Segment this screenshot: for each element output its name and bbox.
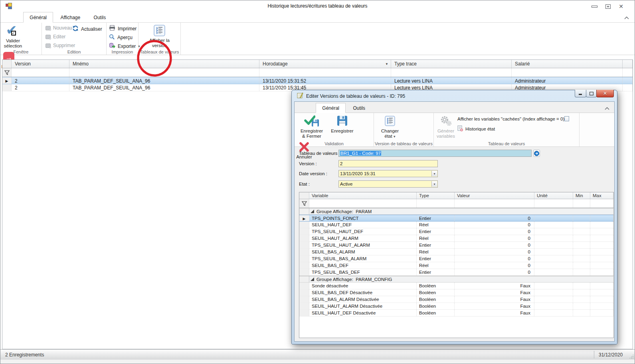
row-indicator-icon <box>299 283 309 289</box>
ribbon-group-impression: Imprimer Aperçu Exporter ▾ Impression <box>107 23 138 55</box>
col-min[interactable]: Min <box>573 192 590 199</box>
nouveau-button[interactable]: Nouveau <box>45 25 72 31</box>
group-validation: Enregistrer& Fermer Enregistrer Annuler <box>295 113 374 146</box>
col-salarie[interactable]: Salarié <box>512 60 623 68</box>
group-row[interactable]: Groupe Affichage: PARAM_CONFIG <box>299 276 613 283</box>
resize-grip[interactable] <box>629 354 634 359</box>
supprimer-button[interactable]: Supprimer <box>45 43 75 48</box>
filter-cell[interactable] <box>69 68 259 77</box>
filter-cell[interactable] <box>391 68 512 77</box>
grid-row[interactable]: TPS_SEUIL_BAS_ALARMEntier0 <box>299 255 613 262</box>
col-valeur[interactable]: Valeur <box>455 192 534 199</box>
generer-variables-button[interactable]: Générervariables <box>435 113 457 139</box>
cell-min <box>573 215 590 221</box>
afficher-la-version-button[interactable]: Afficher laversion <box>138 23 180 48</box>
valider-selection-button[interactable]: ✔✓ Validersélection <box>2 23 24 49</box>
afficher-cachees-option[interactable]: Afficher les variables "cachées" (Index … <box>457 116 569 121</box>
dialog-tab-general[interactable]: Général <box>316 103 346 113</box>
apercu-button[interactable]: Aperçu <box>109 34 133 41</box>
group-expand-icon[interactable] <box>309 209 315 214</box>
filter-funnel-icon[interactable] <box>2 68 12 77</box>
grid-row[interactable]: SEUIL_HAUT_ALARM DésactivéeBooléenFaux <box>299 303 613 310</box>
row-header <box>299 276 309 282</box>
grid-row[interactable]: TPS_SEUIL_BAS_DEFEntier0 <box>299 269 613 276</box>
etat-field[interactable]: Active ▾ <box>338 180 438 188</box>
dialog-close-button[interactable]: ✕ <box>596 90 614 97</box>
row-indicator-icon <box>299 222 309 228</box>
close-button-icon[interactable]: ✕ <box>619 4 623 9</box>
col-horodatage[interactable]: Horodatage ▼ <box>259 60 391 68</box>
filter-cell[interactable] <box>573 199 590 208</box>
tab-general[interactable]: Général <box>23 12 53 23</box>
grid-row[interactable]: Sonde désactivéeBooléenFaux <box>299 283 613 289</box>
grid-row[interactable]: SEUIL_HAUT_ALARMRéel0 <box>299 235 613 242</box>
filter-row[interactable] <box>2 68 633 77</box>
col-type[interactable]: Type <box>417 192 455 199</box>
col-version[interactable]: Version <box>12 60 69 68</box>
grid-row[interactable]: TPS_SEUIL_HAUT_ALARMEntier0 <box>299 242 613 249</box>
date-version-field[interactable]: 13/11/2020 15:31 ▾ <box>338 170 438 177</box>
dialog-tab-outils[interactable]: Outils <box>347 103 371 113</box>
cell-min <box>573 289 590 296</box>
cell-min <box>573 296 590 303</box>
col-max[interactable]: Max <box>590 192 613 199</box>
filter-cell[interactable] <box>309 199 417 208</box>
filter-funnel-icon[interactable] <box>299 199 309 208</box>
exporter-button[interactable]: Exporter ▾ <box>109 43 140 50</box>
filter-cell[interactable] <box>590 199 613 208</box>
date-dropdown-icon[interactable]: ▾ <box>431 171 437 176</box>
maximize-button-icon[interactable] <box>605 4 611 9</box>
cell-min <box>573 228 590 235</box>
group-row[interactable]: Groupe Affichage: PARAM <box>299 208 613 215</box>
save-close-icon <box>304 115 319 128</box>
tableau-field[interactable]: BR1_G1 - Code: 97 <box>338 150 532 157</box>
changer-etat-button[interactable]: Changer état ▾ <box>376 113 404 139</box>
filter-cell[interactable] <box>417 199 455 208</box>
filter-cell[interactable] <box>512 68 623 77</box>
filter-cell[interactable] <box>12 68 69 77</box>
grid-row[interactable]: SEUIL_HAUT_DEFRéel0 <box>299 222 613 228</box>
cell-variable: TPS_SEUIL_BAS_ALARM <box>309 255 417 262</box>
group-expand-icon[interactable] <box>309 277 315 282</box>
delete-icon <box>45 44 51 48</box>
etat-dropdown-icon[interactable]: ▾ <box>431 181 437 187</box>
status-divider <box>594 351 594 358</box>
cell-unite <box>534 255 573 262</box>
actualiser-button[interactable]: Actualiser <box>72 25 102 33</box>
filter-cell[interactable] <box>259 68 391 77</box>
enregistrer-fermer-button[interactable]: Enregistrer& Fermer <box>296 113 328 139</box>
grid-row[interactable]: ▶TPS_POINTS_FONCTEntier0 <box>299 215 613 222</box>
grid-row[interactable]: SEUIL_BAS_DEF DésactivéeBooléenFaux <box>299 289 613 296</box>
dialog-ribbon-collapse-icon[interactable] <box>605 106 609 111</box>
table-row[interactable]: ▶2TAB_PARAM_DEF_SEUIL_ANA_9613/11/2020 1… <box>2 77 633 84</box>
open-tableau-button[interactable] <box>533 150 540 157</box>
filter-cell[interactable] <box>455 199 534 208</box>
col-mnemo[interactable]: Mnémo <box>69 60 259 68</box>
grid-row[interactable]: TPS_SEUIL_HAUT_DEFEntier0 <box>299 228 613 235</box>
historique-etat-button[interactable]: Historique état <box>457 125 495 132</box>
dialog-maximize-button[interactable] <box>586 90 597 97</box>
grid-row[interactable]: SEUIL_HAUT_DEF DésactivéeBooléenFaux <box>299 310 613 317</box>
dialog-minimize-button[interactable] <box>575 90 586 97</box>
tab-outils[interactable]: Outils <box>88 12 112 23</box>
col-variable[interactable]: Variable <box>309 192 417 199</box>
tab-affichage[interactable]: Affichage <box>54 12 86 23</box>
col-type-trace[interactable]: Type trace <box>391 60 512 68</box>
grid-row[interactable]: SEUIL_BAS_ALARMRéel0 <box>299 249 613 255</box>
imprimer-button[interactable]: Imprimer <box>109 25 136 32</box>
cell-unite <box>534 296 573 303</box>
minimize-button-icon[interactable] <box>591 6 597 8</box>
main-table-rows: ▶2TAB_PARAM_DEF_SEUIL_ANA_9613/11/2020 1… <box>2 77 633 91</box>
group-label-impression: Impression <box>107 49 138 54</box>
filter-cell[interactable] <box>534 199 573 208</box>
grid-row[interactable]: SEUIL_BAS_ALARM DésactivéeBooléenFaux <box>299 296 613 303</box>
cachees-checkbox[interactable] <box>564 116 569 121</box>
editer-button[interactable]: Editer <box>45 34 65 40</box>
col-unite[interactable]: Unité <box>534 192 573 199</box>
enregistrer-button[interactable]: Enregistrer <box>329 113 355 134</box>
grid-filter-row[interactable] <box>299 199 613 208</box>
version-field[interactable]: 2 <box>338 160 438 167</box>
filter-cell[interactable] <box>623 68 633 77</box>
ribbon-collapse-icon[interactable] <box>624 15 629 21</box>
grid-row[interactable]: SEUIL_BAS_DEFRéel0 <box>299 262 613 269</box>
